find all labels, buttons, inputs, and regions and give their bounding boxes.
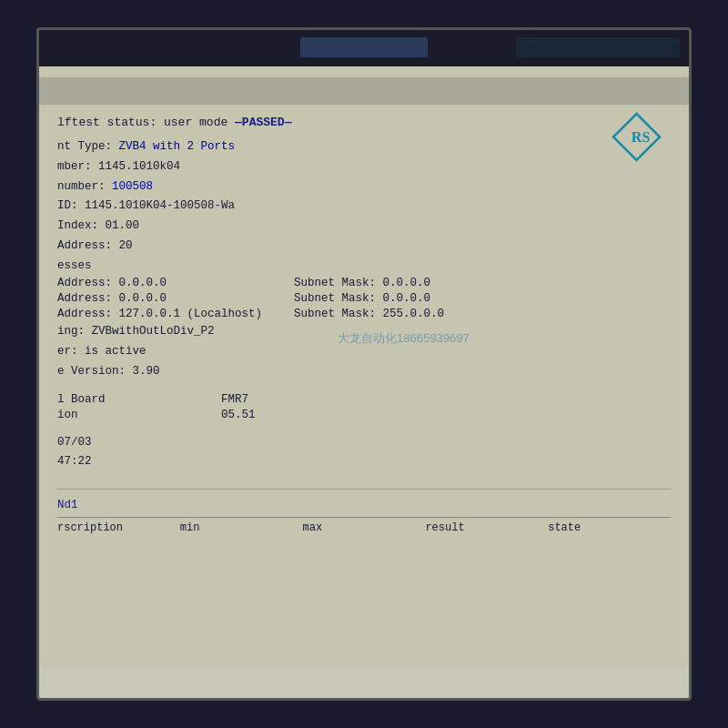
svg-text:R: R [632, 129, 642, 145]
screen-area: R S lftest status: user mode —PASSED— nt… [39, 66, 689, 667]
id-value: 1145.1010K04-100508-Wa [85, 199, 235, 212]
rs-logo: R S [612, 112, 662, 162]
subnet1-label: Subnet Mask: [294, 277, 376, 289]
bottom-section: Nd1 rscription min max result state [57, 489, 671, 534]
subnet3-value: 255.0.0.0 [383, 308, 445, 320]
subnet3-label: Subnet Mask: [294, 308, 376, 320]
er-label: er: [57, 345, 78, 358]
svg-text:S: S [642, 129, 651, 145]
screen-top-bar [39, 77, 689, 105]
type-line: nt Type: ZVB4 with 2 Ports [57, 138, 671, 156]
col-min: min [180, 521, 303, 534]
board-label: l Board [57, 393, 221, 406]
number-value: 1145.1010k04 [98, 160, 180, 173]
version-value: 3.90 [133, 365, 160, 378]
addr1-left: Address: 0.0.0.0 [57, 277, 294, 289]
hw-version-label: ion [57, 409, 221, 421]
serial-line: number: 100508 [57, 178, 671, 196]
ing-value: ZVBwithOutLoDiv_P2 [92, 325, 215, 338]
subnet2-value: 0.0.0.0 [383, 292, 431, 305]
index-label: Index: [57, 219, 98, 232]
serial-value: 100508 [112, 180, 153, 193]
addr1-label: Address: [57, 277, 112, 289]
type-label: nt Type: [57, 140, 112, 153]
col-description: rscription [57, 521, 180, 534]
addr2-label: Address: [57, 292, 112, 305]
address-count-label: Address: [57, 239, 112, 252]
index-line: Index: 01.00 [57, 217, 671, 235]
hw-version-value: 05.51 [221, 409, 256, 421]
addr1-value: 0.0.0.0 [119, 277, 167, 289]
col-max: max [303, 521, 426, 534]
version-line: e Version: 3.90 [57, 363, 671, 380]
status-value: —PASSED— [235, 116, 291, 129]
watermark-text: 大龙自动化18665939697 [338, 330, 470, 347]
number-line: mber: 1145.1010k04 [57, 158, 671, 176]
subnet1-value: 0.0.0.0 [383, 277, 431, 289]
status-line: lftest status: user mode —PASSED— [57, 116, 671, 129]
top-bar-right-element [516, 37, 680, 57]
datetime-section: 07/03 47:22 [57, 434, 671, 471]
esses-line: esses [57, 258, 671, 275]
address-row-1: Address: 0.0.0.0 Subnet Mask: 0.0.0.0 [57, 277, 671, 289]
addr3-right: Subnet Mask: 255.0.0.0 [294, 308, 671, 320]
address-row-2: Address: 0.0.0.0 Subnet Mask: 0.0.0.0 [57, 292, 671, 305]
number-label: mber: [57, 160, 92, 173]
addr1-right: Subnet Mask: 0.0.0.0 [294, 277, 671, 289]
table-header-row: rscription min max result state [57, 517, 671, 534]
col-state: state [548, 521, 671, 534]
index-value: 01.00 [106, 219, 140, 232]
addr2-value: 0.0.0.0 [119, 292, 167, 305]
board-value: FMR7 [221, 393, 248, 406]
er-value: is active [85, 345, 147, 358]
serial-label: number: [57, 180, 106, 193]
bottom-label: Nd1 [57, 499, 671, 511]
top-bar-center-element [300, 37, 428, 57]
time-line: 47:22 [57, 453, 671, 470]
type-value: ZVB4 with 2 Ports [119, 140, 236, 153]
col-result: result [425, 521, 548, 534]
status-prefix: lftest status: user mode [57, 116, 235, 129]
addr2-right: Subnet Mask: 0.0.0.0 [294, 292, 671, 305]
addr3-left: Address: 127.0.0.1 (Localhost) [57, 308, 294, 320]
addr3-value: 127.0.0.1 (Localhost) [119, 308, 263, 320]
photo-frame: R S lftest status: user mode —PASSED— nt… [36, 27, 692, 701]
esses-label: esses [57, 259, 92, 272]
address-count-line: Address: 20 [57, 238, 671, 255]
rs-diamond-icon: R S [612, 112, 662, 162]
id-line: ID: 1145.1010K04-100508-Wa [57, 197, 671, 215]
address-row-3: Address: 127.0.0.1 (Localhost) Subnet Ma… [57, 308, 671, 320]
hardware-section: l Board FMR7 ion 05.51 [57, 393, 671, 421]
top-bezel [39, 30, 689, 66]
ing-label: ing: [57, 325, 85, 338]
addr2-left: Address: 0.0.0.0 [57, 292, 294, 305]
board-line: l Board FMR7 [57, 393, 671, 406]
version-label: e Version: [57, 365, 126, 378]
subnet2-label: Subnet Mask: [294, 292, 376, 305]
address-count-value: 20 [119, 239, 133, 252]
date-line: 07/03 [57, 434, 671, 451]
id-label: ID: [57, 199, 78, 212]
addr3-label: Address: [57, 308, 112, 320]
hw-version-line: ion 05.51 [57, 409, 671, 421]
